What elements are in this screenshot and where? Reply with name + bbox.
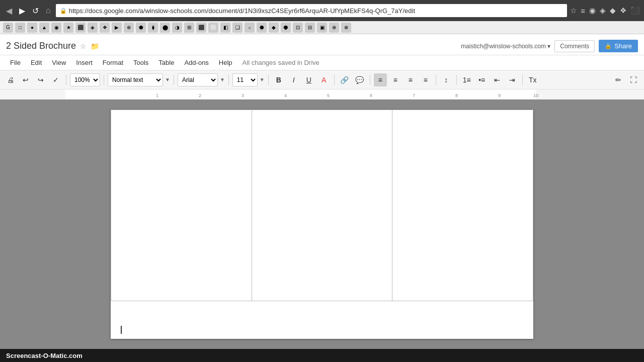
ext-icon-21[interactable]: ⬦	[245, 23, 255, 33]
ext-icon-16[interactable]: ⊞	[184, 23, 194, 33]
ruler-mark-4: 4	[284, 93, 287, 98]
clear-formatting-button[interactable]: Tx	[526, 73, 539, 86]
document-table[interactable]	[111, 110, 533, 301]
ext-icon-19[interactable]: ◧	[220, 23, 230, 33]
toolbar-divider-1	[66, 75, 66, 85]
justify-button[interactable]: ≡	[419, 73, 432, 86]
underline-button[interactable]: U	[302, 73, 315, 86]
menu-insert[interactable]: Insert	[72, 57, 97, 68]
ext-icon-22[interactable]: ⬣	[257, 23, 267, 33]
ext-icon-10[interactable]: ▶	[112, 23, 122, 33]
menu-help[interactable]: Help	[215, 57, 236, 68]
menu-view[interactable]: View	[48, 57, 70, 68]
print-button[interactable]: 🖨	[4, 73, 17, 86]
ext-icon-24[interactable]: ⯃	[281, 23, 291, 33]
ext-icon-2[interactable]: □	[15, 23, 25, 33]
align-left-button[interactable]: ≡	[374, 73, 387, 86]
ruler-mark-1: 1	[156, 93, 158, 98]
text-color-button[interactable]: A	[317, 73, 331, 86]
menu-format[interactable]: Format	[99, 57, 127, 68]
ext-icon-5[interactable]: ◉	[51, 23, 61, 33]
ext-icon-27[interactable]: ▣	[317, 23, 327, 33]
ext-icon-28[interactable]: ⊕	[329, 23, 339, 33]
increase-indent-button[interactable]: ⇥	[506, 73, 519, 86]
browser-icons: ☆ ≡ ◉ ◈ ◆ ❖ ⬛	[570, 6, 640, 15]
share-button[interactable]: 🔒 Share	[599, 40, 638, 52]
header-right: maistich@winslow-schools.com ▾ Comments …	[461, 40, 638, 52]
ext-icon-8[interactable]: ◈	[88, 23, 98, 33]
table-cell-3[interactable]	[392, 110, 533, 301]
browser-icon-5: ⬛	[630, 6, 640, 15]
insert-link-button[interactable]: 🔗	[338, 73, 351, 86]
address-bar[interactable]: 🔒 https://docs.google.com/a/winslow-scho…	[56, 4, 568, 17]
ext-icon-1[interactable]: G	[3, 23, 13, 33]
menu-file[interactable]: File	[6, 57, 25, 68]
toolbar-divider-6	[334, 75, 335, 85]
decrease-indent-button[interactable]: ⇤	[491, 73, 504, 86]
font-size-select[interactable]: 11	[232, 73, 258, 86]
ruler-mark-3: 3	[242, 93, 244, 98]
zoom-select[interactable]: 100%	[70, 73, 100, 86]
browser-menu-icon[interactable]: ≡	[581, 7, 585, 15]
ruler-mark-8: 8	[455, 93, 458, 98]
ext-icon-18[interactable]: ⬜	[208, 23, 218, 33]
ext-icon-6[interactable]: ★	[63, 23, 73, 33]
forward-button[interactable]: ▶	[17, 4, 27, 18]
page[interactable]	[111, 110, 533, 339]
ext-icon-9[interactable]: ❖	[100, 23, 110, 33]
ext-icon-3[interactable]: ●	[27, 23, 37, 33]
ext-icon-20[interactable]: ❑	[232, 23, 243, 33]
user-email[interactable]: maistich@winslow-schools.com ▾	[461, 43, 550, 50]
insert-comment-button[interactable]: 💬	[353, 73, 366, 86]
font-select[interactable]: Arial	[178, 73, 218, 86]
ext-icon-4[interactable]: ▲	[39, 23, 49, 33]
menu-tools[interactable]: Tools	[129, 57, 152, 68]
star-icon[interactable]: ☆	[80, 42, 87, 50]
ext-icon-26[interactable]: ⊟	[305, 23, 315, 33]
undo-button[interactable]: ↩	[19, 73, 32, 86]
comments-button[interactable]: Comments	[554, 40, 595, 52]
ext-icon-23[interactable]: ◆	[269, 23, 279, 33]
home-button[interactable]: ⌂	[44, 4, 53, 17]
italic-button[interactable]: I	[287, 73, 300, 86]
ext-icon-15[interactable]: ◑	[172, 23, 182, 33]
toolbar-divider-2	[104, 75, 104, 85]
ruler-mark-6: 6	[370, 93, 372, 98]
back-button[interactable]: ◀	[4, 4, 14, 18]
ext-icon-13[interactable]: ⧫	[148, 23, 158, 33]
align-right-button[interactable]: ≡	[404, 73, 417, 86]
numbered-list-button[interactable]: 1≡	[460, 73, 473, 86]
folder-icon[interactable]: 📁	[91, 42, 99, 50]
ext-icon-17[interactable]: ⬛	[196, 23, 206, 33]
ruler-mark-9: 9	[498, 93, 501, 98]
font-dropdown-icon: ▼	[220, 77, 225, 82]
bulleted-list-button[interactable]: •≡	[475, 73, 489, 86]
ext-icon-25[interactable]: ⊡	[293, 23, 303, 33]
menu-edit[interactable]: Edit	[27, 57, 46, 68]
line-spacing-button[interactable]: ↕	[440, 73, 453, 86]
expand-button[interactable]: ⛶	[627, 73, 640, 86]
spellcheck-button[interactable]: ✓	[49, 73, 62, 86]
reload-button[interactable]: ↺	[30, 4, 41, 18]
ext-icon-14[interactable]: ⬤	[160, 23, 170, 33]
browser-icon-4: ❖	[620, 6, 626, 15]
bold-button[interactable]: B	[272, 73, 285, 86]
ext-icon-12[interactable]: ⬟	[136, 23, 146, 33]
ext-icon-7[interactable]: ⬛	[75, 23, 86, 33]
style-select[interactable]: Normal text	[108, 73, 163, 86]
table-cell-1[interactable]	[111, 110, 252, 301]
share-label: Share	[614, 42, 632, 50]
toolbar-divider-9	[456, 75, 457, 85]
ext-icon-29[interactable]: ⊗	[341, 23, 351, 33]
redo-button[interactable]: ↪	[34, 73, 47, 86]
bookmark-star-icon[interactable]: ☆	[570, 6, 577, 15]
toolbar-divider-8	[436, 75, 436, 85]
ext-icon-11[interactable]: ⊕	[124, 23, 134, 33]
browser-icon-3: ◆	[610, 6, 616, 15]
edit-mode-button[interactable]: ✏	[612, 73, 625, 86]
menu-table[interactable]: Table	[154, 57, 178, 68]
menu-addons[interactable]: Add-ons	[180, 57, 212, 68]
align-center-button[interactable]: ≡	[389, 73, 402, 86]
table-cell-2[interactable]	[252, 110, 392, 301]
document-area[interactable]	[0, 100, 644, 349]
